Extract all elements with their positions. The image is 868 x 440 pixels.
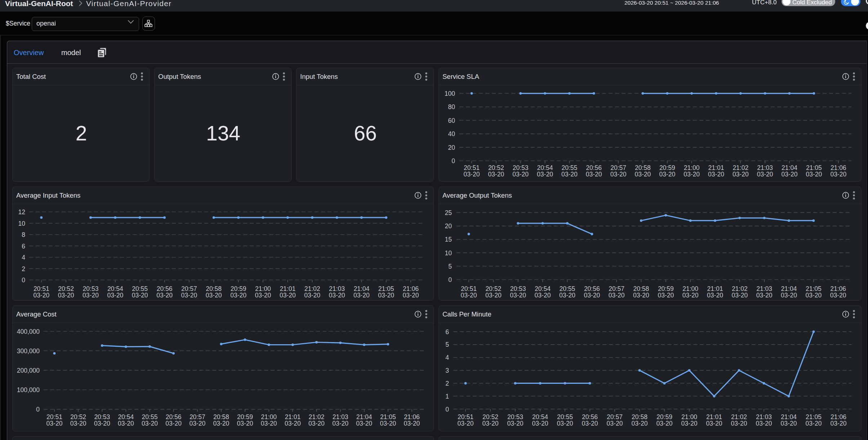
svg-text:8: 8 bbox=[22, 231, 25, 238]
svg-text:20:53: 20:53 bbox=[513, 164, 529, 171]
svg-text:03-20: 03-20 bbox=[485, 292, 502, 299]
svg-text:100,000: 100,000 bbox=[17, 386, 40, 394]
svg-text:21:04: 21:04 bbox=[353, 285, 369, 292]
svg-text:20:52: 20:52 bbox=[488, 164, 504, 171]
svg-text:03-20: 03-20 bbox=[584, 292, 600, 299]
svg-text:20:59: 20:59 bbox=[658, 285, 674, 292]
svg-text:03-20: 03-20 bbox=[756, 420, 772, 427]
svg-text:200,000: 200,000 bbox=[17, 367, 40, 374]
svg-text:20:59: 20:59 bbox=[231, 285, 246, 292]
svg-text:20:57: 20:57 bbox=[609, 285, 624, 292]
svg-text:20:57: 20:57 bbox=[610, 164, 626, 171]
svg-text:2: 2 bbox=[22, 265, 25, 273]
svg-text:21:01: 21:01 bbox=[280, 285, 295, 292]
svg-text:03-20: 03-20 bbox=[532, 420, 548, 427]
svg-text:20:53: 20:53 bbox=[83, 285, 99, 292]
svg-text:4: 4 bbox=[445, 354, 449, 361]
svg-text:21:02: 21:02 bbox=[309, 413, 325, 421]
svg-text:20:56: 20:56 bbox=[582, 413, 598, 421]
svg-text:03-20: 03-20 bbox=[561, 171, 578, 178]
svg-text:21:04: 21:04 bbox=[781, 413, 797, 421]
svg-text:21:03: 21:03 bbox=[333, 413, 348, 421]
svg-text:21:01: 21:01 bbox=[707, 285, 723, 292]
svg-text:03-20: 03-20 bbox=[488, 171, 504, 178]
svg-text:03-20: 03-20 bbox=[378, 292, 394, 299]
svg-text:03-20: 03-20 bbox=[46, 420, 63, 427]
svg-text:03-20: 03-20 bbox=[189, 420, 205, 427]
svg-text:20:56: 20:56 bbox=[586, 164, 602, 171]
svg-text:100: 100 bbox=[445, 90, 455, 97]
svg-text:21:05: 21:05 bbox=[806, 164, 822, 171]
svg-text:20:55: 20:55 bbox=[132, 285, 148, 292]
svg-text:03-20: 03-20 bbox=[806, 420, 822, 427]
svg-text:6: 6 bbox=[22, 243, 25, 250]
svg-text:03-20: 03-20 bbox=[404, 420, 420, 427]
svg-text:1: 1 bbox=[445, 393, 449, 400]
svg-text:21:04: 21:04 bbox=[781, 285, 797, 292]
svg-text:5: 5 bbox=[445, 341, 449, 348]
svg-text:21:05: 21:05 bbox=[380, 413, 396, 421]
svg-text:20:56: 20:56 bbox=[166, 413, 182, 421]
svg-text:03-20: 03-20 bbox=[731, 420, 747, 427]
svg-text:20:59: 20:59 bbox=[237, 413, 253, 421]
svg-text:21:03: 21:03 bbox=[756, 285, 772, 292]
svg-text:03-20: 03-20 bbox=[831, 420, 847, 427]
svg-text:03-20: 03-20 bbox=[610, 171, 627, 178]
svg-text:03-20: 03-20 bbox=[132, 292, 148, 299]
svg-text:03-20: 03-20 bbox=[380, 420, 396, 427]
svg-text:5: 5 bbox=[448, 263, 452, 270]
svg-text:20:56: 20:56 bbox=[584, 285, 600, 292]
svg-text:20:58: 20:58 bbox=[206, 285, 222, 292]
svg-text:03-20: 03-20 bbox=[33, 292, 49, 299]
svg-text:03-20: 03-20 bbox=[255, 292, 271, 299]
svg-text:20:53: 20:53 bbox=[510, 285, 526, 292]
svg-text:03-20: 03-20 bbox=[632, 420, 648, 427]
svg-text:2: 2 bbox=[76, 122, 87, 145]
svg-text:03-20: 03-20 bbox=[586, 171, 602, 178]
svg-text:03-20: 03-20 bbox=[261, 420, 277, 427]
svg-text:21:00: 21:00 bbox=[261, 413, 277, 421]
svg-text:21:02: 21:02 bbox=[304, 285, 320, 292]
svg-text:21:04: 21:04 bbox=[356, 413, 372, 421]
svg-text:134: 134 bbox=[206, 122, 240, 145]
svg-text:40: 40 bbox=[448, 130, 455, 138]
svg-text:03-20: 03-20 bbox=[656, 420, 673, 427]
svg-text:0: 0 bbox=[445, 406, 449, 413]
svg-text:21:02: 21:02 bbox=[733, 164, 748, 171]
svg-text:20:54: 20:54 bbox=[107, 285, 123, 292]
svg-text:03-20: 03-20 bbox=[165, 420, 182, 427]
svg-text:03-20: 03-20 bbox=[356, 420, 372, 427]
svg-text:03-20: 03-20 bbox=[332, 420, 348, 427]
svg-text:20:57: 20:57 bbox=[190, 413, 205, 421]
svg-text:20:52: 20:52 bbox=[58, 285, 74, 292]
svg-text:20:55: 20:55 bbox=[560, 285, 575, 292]
svg-text:03-20: 03-20 bbox=[353, 292, 370, 299]
svg-text:10: 10 bbox=[445, 250, 452, 257]
svg-text:03-20: 03-20 bbox=[206, 292, 222, 299]
svg-text:03-20: 03-20 bbox=[83, 292, 99, 299]
svg-text:03-20: 03-20 bbox=[706, 420, 722, 427]
svg-text:20:51: 20:51 bbox=[46, 413, 62, 421]
svg-text:4: 4 bbox=[22, 254, 25, 261]
svg-text:20:54: 20:54 bbox=[532, 413, 548, 421]
svg-text:03-20: 03-20 bbox=[806, 292, 822, 299]
svg-text:03-20: 03-20 bbox=[682, 292, 699, 299]
svg-text:66: 66 bbox=[354, 122, 377, 145]
svg-text:03-20: 03-20 bbox=[464, 171, 480, 178]
svg-text:20:59: 20:59 bbox=[656, 413, 672, 421]
svg-text:20:55: 20:55 bbox=[562, 164, 578, 171]
svg-text:0: 0 bbox=[448, 276, 452, 283]
svg-text:300,000: 300,000 bbox=[17, 347, 40, 355]
svg-text:03-20: 03-20 bbox=[659, 171, 675, 178]
svg-text:03-20: 03-20 bbox=[107, 292, 123, 299]
svg-text:20:54: 20:54 bbox=[537, 164, 553, 171]
svg-text:20:55: 20:55 bbox=[557, 413, 573, 421]
svg-text:03-20: 03-20 bbox=[482, 420, 499, 427]
svg-text:03-20: 03-20 bbox=[213, 420, 230, 427]
svg-text:21:06: 21:06 bbox=[831, 413, 846, 421]
svg-text:21:00: 21:00 bbox=[255, 285, 271, 292]
svg-text:03-20: 03-20 bbox=[304, 292, 320, 299]
svg-text:20:51: 20:51 bbox=[464, 164, 480, 171]
svg-text:03-20: 03-20 bbox=[633, 292, 649, 299]
svg-text:0: 0 bbox=[22, 277, 25, 284]
